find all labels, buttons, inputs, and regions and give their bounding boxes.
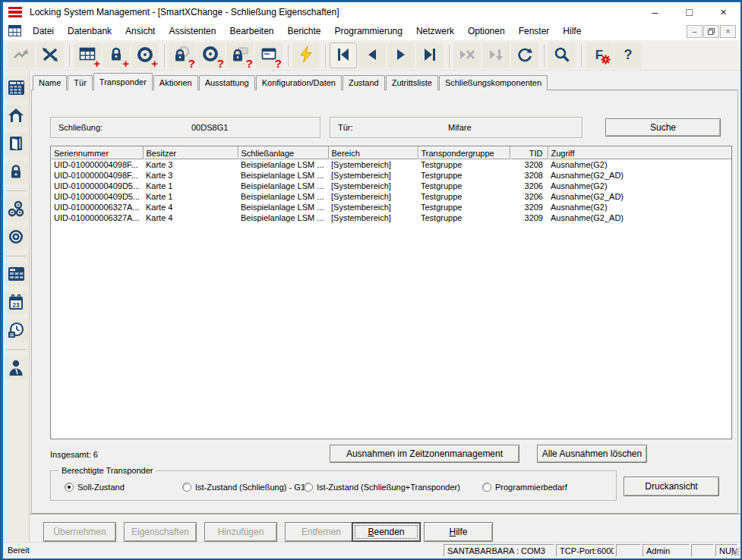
table-cell: [Systembereich] (328, 181, 418, 191)
column-schliessanlage[interactable]: Schließanlage (238, 146, 328, 159)
disconnect-button[interactable] (36, 42, 64, 68)
entfernen-button[interactable]: Entfernen (285, 522, 358, 542)
transponder-icon (7, 228, 25, 247)
sidebar-person-button[interactable] (5, 357, 27, 379)
column-seriennummer[interactable]: Seriennummer (51, 146, 143, 159)
sidebar-transponder-group-button[interactable] (5, 198, 27, 221)
maximize-icon[interactable]: □ (672, 2, 706, 22)
transponder-group-icon (7, 200, 25, 219)
read-network-button[interactable]: ? (255, 42, 283, 68)
druckansicht-button[interactable]: Druckansicht (624, 477, 719, 496)
radio-ist-zustand-transponder[interactable]: Ist-Zustand (Schließung+Transponder) (304, 483, 460, 492)
hilfe-button[interactable]: Hilfe (424, 522, 493, 542)
zeitzonenmanagement-button[interactable]: Ausnahmen im Zeitzonenmanagement (330, 445, 519, 463)
table-row[interactable]: UID-01000000409D5...Karte 1Beispielanlag… (51, 181, 731, 191)
tab-transponder[interactable]: Transponder (93, 73, 153, 90)
search-button[interactable] (548, 42, 576, 68)
radio-icon (65, 483, 74, 492)
table-row[interactable]: UID-010000006327A...Karte 4Beispielanlag… (51, 202, 731, 212)
record-apply-button[interactable] (482, 42, 510, 68)
tab-tuer[interactable]: Tür (68, 75, 93, 90)
resize-grip-icon[interactable] (729, 546, 740, 558)
tab-ausstattung[interactable]: Ausstattung (199, 75, 255, 90)
beenden-button[interactable]: Beenden (352, 522, 421, 542)
menu-assistenten[interactable]: Assistenten (162, 24, 223, 39)
menu-fenster[interactable]: Fenster (512, 24, 557, 39)
table-row[interactable]: UID-010000006327A...Karte 4Beispielanlag… (51, 212, 731, 223)
previous-record-icon (364, 46, 380, 64)
menu-netzwerk[interactable]: Netzwerk (409, 24, 461, 39)
column-besitzer[interactable]: Besitzer (143, 146, 238, 159)
sidebar-door-button[interactable] (5, 133, 27, 156)
menu-programmierung[interactable]: Programmierung (328, 24, 409, 39)
tab-name[interactable]: Name (33, 75, 67, 90)
radio-label: Ist-Zustand (Schließung) - G1 (195, 483, 305, 492)
read-lock-button[interactable]: ? (169, 42, 196, 68)
column-bereich[interactable]: Bereich (328, 146, 418, 159)
mdi-minimize-icon[interactable]: – (687, 25, 703, 38)
minimize-icon[interactable]: – (638, 2, 672, 22)
radio-ist-zustand-g1[interactable]: Ist-Zustand (Schließung) - G1 (182, 483, 305, 492)
table-row[interactable]: UID-01000000409D5...Karte 1Beispielanlag… (51, 191, 731, 202)
new-locking-system-button[interactable]: + (74, 42, 101, 68)
uebernehmen-button[interactable]: Übernehmen (43, 522, 116, 542)
mdi-restore-icon[interactable] (703, 25, 719, 38)
filter-settings-button[interactable]: F (586, 42, 613, 68)
table-cell: Beispielanlage LSM ... (238, 170, 328, 181)
connect-button[interactable] (8, 42, 35, 68)
schliessung-label: Schließung: (58, 123, 103, 132)
radio-soll-zustand[interactable]: Soll-Zustand (65, 483, 125, 492)
sidebar-lock-button[interactable] (5, 161, 27, 184)
help-button[interactable]: ? (614, 42, 642, 68)
record-remove-button[interactable] (453, 42, 481, 68)
previous-record-button[interactable] (358, 42, 386, 68)
eigenschaften-button[interactable]: Eigenschaften (124, 522, 197, 542)
table-cell: 3209 (510, 202, 548, 212)
table-row[interactable]: UID-010000004098F...Karte 3Beispielanlag… (51, 170, 731, 181)
toolbar-separator (164, 44, 165, 67)
mdi-close-icon[interactable]: × (720, 25, 736, 38)
last-record-button[interactable] (416, 42, 444, 68)
sidebar-building-button[interactable] (5, 105, 27, 127)
column-tid[interactable]: TID (510, 146, 548, 159)
sidebar-matrix-button[interactable] (5, 77, 27, 99)
status-ready: Bereit (8, 546, 30, 555)
program-button[interactable] (292, 42, 320, 68)
tab-schliessungskomponenten[interactable]: Schließungskomponenten (439, 75, 548, 90)
new-transponder-button[interactable]: + (131, 42, 159, 68)
close-icon[interactable]: × (706, 2, 740, 22)
radio-programmierbedarf[interactable]: Programmierbedarf (482, 483, 567, 492)
tab-zustand[interactable]: Zustand (343, 75, 385, 90)
sidebar-calendar-button[interactable]: 23 (5, 291, 27, 314)
tab-aktionen[interactable]: Aktionen (153, 75, 198, 90)
menu-datenbank[interactable]: Datenbank (61, 24, 118, 39)
sidebar-time-plan-button[interactable] (5, 319, 27, 342)
tab-konfiguration-daten[interactable]: Konfiguration/Daten (256, 75, 342, 90)
alle-ausnahmen-loeschen-button[interactable]: Alle Ausnahmen löschen (537, 445, 647, 463)
new-lock-button[interactable]: + (103, 42, 130, 68)
sidebar-transponder-button[interactable] (5, 226, 27, 249)
hinzufuegen-button[interactable]: Hinzufügen (204, 522, 277, 542)
menu-optionen[interactable]: Optionen (461, 24, 512, 39)
mdi-document-icon[interactable] (8, 25, 21, 38)
column-zugriff[interactable]: Zugriff (548, 146, 731, 159)
sidebar-matrix-small-button[interactable] (5, 263, 27, 286)
menu-berichte[interactable]: Berichte (281, 24, 328, 39)
table-cell: UID-010000006327A... (51, 212, 143, 223)
tab-zutrittsliste[interactable]: Zutrittsliste (386, 75, 438, 90)
table-cell: Ausnahme(G2_AD) (548, 191, 731, 202)
radio-label: Programmierbedarf (495, 483, 567, 492)
read-lock-g1-button[interactable]: ? (226, 42, 254, 68)
menu-hilfe[interactable]: Hilfe (556, 24, 588, 39)
first-record-button[interactable] (330, 42, 357, 68)
table-row[interactable]: UID-010000004098F...Karte 3Beispielanlag… (51, 159, 731, 170)
next-record-button[interactable] (387, 42, 415, 68)
menu-bearbeiten[interactable]: Bearbeiten (223, 24, 280, 39)
schliessung-field: Schließung: 00DS8G1 (50, 117, 320, 138)
menu-datei[interactable]: Datei (26, 24, 61, 39)
suche-button[interactable]: Suche (605, 118, 721, 137)
column-transpondergruppe[interactable]: Transpondergruppe (418, 146, 510, 159)
read-transponder-button[interactable]: ? (197, 42, 225, 68)
menu-ansicht[interactable]: Ansicht (118, 24, 162, 39)
refresh-button[interactable] (511, 42, 538, 68)
